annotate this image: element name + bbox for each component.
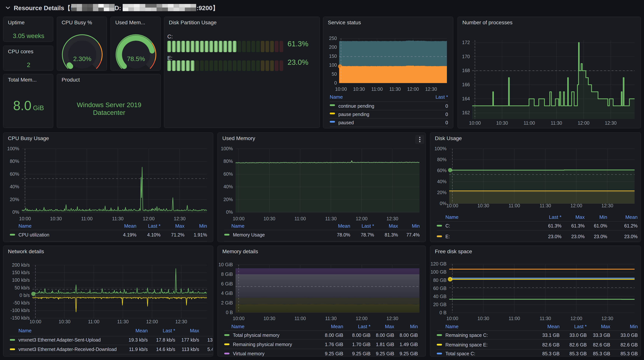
svg-text:Last *: Last * [436,94,448,100]
svg-text:10:30: 10:30 [353,86,365,92]
svg-text:8.00 GiB: 8.00 GiB [325,333,343,338]
svg-text:1.49 GiB: 1.49 GiB [400,342,418,347]
svg-text:Name: Name [18,223,32,229]
svg-text:10:30: 10:30 [58,319,70,324]
svg-text:Total space C:: Total space C: [446,351,475,356]
svg-text:23.0%: 23.0% [571,234,585,239]
svg-text:Last *: Last * [358,324,370,329]
svg-text:11:00: 11:00 [88,319,100,324]
svg-text:4.10%: 4.10% [147,232,160,237]
svg-text:4 GiB: 4 GiB [221,291,233,296]
svg-text:12:30: 12:30 [174,216,186,221]
svg-text:E:: E: [446,234,450,239]
svg-text:82.6 GB: 82.6 GB [542,342,560,348]
svg-text:11:30: 11:30 [112,216,124,221]
svg-text:82.6 GB: 82.6 GB [570,342,587,348]
svg-text:11:00: 11:00 [371,86,383,92]
svg-text:Min: Min [199,223,207,229]
svg-text:12:30: 12:30 [425,86,437,92]
svg-text:11:00: 11:00 [508,316,520,321]
svg-text:11:30: 11:30 [325,216,337,221]
svg-text:Service status: Service status [328,19,361,25]
svg-text:250: 250 [329,35,337,41]
svg-text:10:00: 10:00 [446,316,458,321]
svg-text:11:30: 11:30 [540,203,551,208]
svg-text:100%: 100% [434,146,446,151]
svg-text:10:00: 10:00 [30,319,42,324]
svg-text:20%: 20% [224,197,233,202]
svg-text:5.41 kb/s: 5.41 kb/s [208,347,213,352]
svg-text:Memory details: Memory details [222,249,258,254]
svg-text:80%: 80% [224,159,233,164]
svg-text:61.2%: 61.2% [624,223,638,228]
svg-text:Used Mem...: Used Mem... [115,19,145,25]
svg-text:Max: Max [576,214,585,220]
svg-text:12:30: 12:30 [605,120,617,126]
svg-text:33.0 GB: 33.0 GB [620,333,638,338]
svg-text:Total physical memory: Total physical memory [233,333,280,338]
svg-text:Mean: Mean [625,214,638,220]
svg-text:Remaining physical memory: Remaining physical memory [233,342,292,347]
svg-text:Mean: Mean [331,324,343,329]
svg-text:11:00: 11:00 [294,316,306,321]
svg-text:Uptime: Uptime [8,19,25,25]
svg-text:12:30: 12:30 [386,216,398,221]
svg-text:0: 0 [446,112,448,117]
svg-text:20%: 20% [437,190,446,195]
svg-text:61.3%: 61.3% [548,223,562,228]
svg-text:10:30: 10:30 [50,216,62,221]
svg-text:177 kb/s: 177 kb/s [181,337,199,343]
svg-text:9.25 GiB: 9.25 GiB [376,351,394,356]
svg-text:1.70 GiB: 1.70 GiB [352,342,370,347]
svg-text:23.0%: 23.0% [594,234,607,239]
svg-text:0: 0 [334,80,337,85]
svg-text:6 GiB: 6 GiB [221,281,233,286]
svg-text:60%: 60% [224,171,233,177]
svg-text:10:30: 10:30 [496,120,508,126]
svg-text:20%: 20% [10,197,19,202]
svg-text:11:00: 11:00 [294,216,306,221]
svg-text:Name: Name [231,324,244,329]
svg-text:Total Mem...: Total Mem... [8,77,36,83]
svg-text:10:00: 10:00 [446,203,458,208]
svg-text:Max: Max [601,324,610,329]
svg-text:85.3 GB: 85.3 GB [542,351,560,356]
svg-text:Name: Name [446,324,458,329]
svg-text:Mean: Mean [338,223,350,229]
svg-text:85.3 GB: 85.3 GB [620,351,638,356]
svg-text:23.0%: 23.0% [288,58,308,66]
svg-text:172: 172 [462,40,470,45]
svg-text:12:00: 12:00 [570,203,582,208]
svg-text:33.3 GB: 33.3 GB [593,333,610,338]
svg-text:Min: Min [410,324,418,329]
svg-text:Windows Server 2019: Windows Server 2019 [77,101,141,108]
svg-text:78.0%: 78.0% [337,232,350,237]
svg-text:Disk Partition Usage: Disk Partition Usage [169,19,217,25]
svg-text:Min: Min [630,324,638,329]
svg-text:10:30: 10:30 [264,316,276,321]
svg-text:150: 150 [329,53,337,59]
svg-text:Disk Usage: Disk Usage [435,135,462,141]
svg-text:40 GB: 40 GB [433,294,446,299]
svg-text:100: 100 [329,62,337,68]
svg-text:200 kb/s: 200 kb/s [12,262,30,268]
svg-text:Network details: Network details [8,249,44,254]
svg-text:11:30: 11:30 [551,120,562,126]
svg-text:120 GB: 120 GB [430,261,446,266]
svg-text:10:30: 10:30 [478,203,489,208]
svg-text:-50 kb/s: -50 kb/s [13,300,30,305]
svg-text:10:30: 10:30 [478,316,489,321]
svg-text:0%: 0% [12,209,19,215]
svg-text:continue pending: continue pending [338,103,374,109]
svg-text:12:30: 12:30 [602,316,613,321]
svg-text:Last *: Last * [549,214,562,220]
svg-text:Mean: Mean [547,324,560,329]
svg-text:4.19%: 4.19% [123,232,136,237]
svg-text:D:: D: [114,4,121,11]
svg-text:1.91%: 1.91% [194,232,207,237]
svg-text:0 B: 0 B [226,310,233,315]
svg-text:0 B: 0 B [440,310,446,315]
svg-text:11:30: 11:30 [540,316,551,321]
svg-text:Mean: Mean [136,328,148,334]
svg-text:10:00: 10:00 [233,316,244,321]
